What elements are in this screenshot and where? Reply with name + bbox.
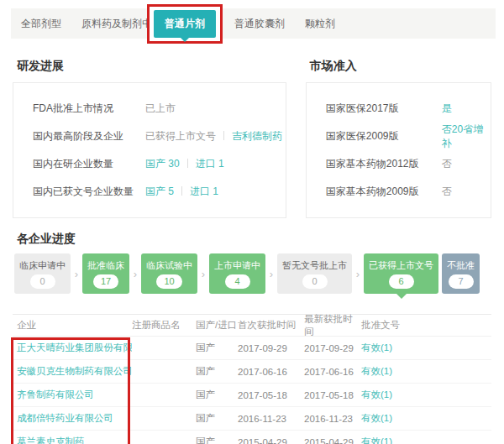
step-label: 不批准 <box>447 259 475 272</box>
market-access-card: 国家医保2017版 是 国家医保2009版 否20省增补 国家基本药物2012版… <box>306 82 491 218</box>
rnd-progress-section: 研发进展 FDA批准上市情况 已上市 国内最高阶段及企业 已获得上市文号吉利德制… <box>13 59 286 218</box>
step-label: 批准临床 <box>87 259 124 272</box>
step-clinical-trial[interactable]: 临床试验中 10 <box>141 253 197 294</box>
latest-approval-cell: 2015-04-29 <box>304 437 361 444</box>
company-progress-steps: 临床申请中 0 › 批准临床 17 › 临床试验中 10 › 上市申请中 4 ›… <box>13 253 496 294</box>
company-link[interactable]: 吉利德制药 <box>232 130 282 142</box>
medicare-2009-value[interactable]: 否20省增补 <box>442 123 491 151</box>
step-not-approved[interactable]: 不批准 7 <box>442 253 480 294</box>
info-label: 国内最高阶段及企业 <box>33 129 145 144</box>
domestic-count-link[interactable]: 国产 30 <box>145 158 180 170</box>
col-header-latest-approval: 最新获批时间 <box>304 313 361 338</box>
company-link[interactable]: 葛兰素史克制药 <box>17 436 85 444</box>
step-clinical-approved[interactable]: 批准临床 17 <box>82 253 129 294</box>
col-header-approval-no: 批准文号 <box>361 319 491 332</box>
step-count-badge: 0 <box>302 274 328 289</box>
step-count-badge: 17 <box>93 274 118 289</box>
table-header-row: 企业 注册商品名 国产/进口 首次获批时间 最新获批时间 批准文号 <box>13 315 491 337</box>
market-access-title: 市场准入 <box>310 59 491 74</box>
step-arrow-icon: › <box>267 268 276 280</box>
rnd-progress-title: 研发进展 <box>17 59 286 74</box>
info-row-essential-drugs-2012: 国家基本药物2012版 否 <box>326 150 491 178</box>
value-divider <box>223 131 224 140</box>
step-label: 上市申请中 <box>214 259 260 272</box>
table-row: 成都倍特药业有限公司 国产 2016-11-23 2016-11-23 有效(1… <box>13 407 491 431</box>
origin-cell: 国产 <box>196 436 238 444</box>
step-label: 已获得上市文号 <box>369 259 433 272</box>
latest-approval-cell: 2017-06-16 <box>304 367 361 377</box>
table-row: 安徽贝克生物制药有限公司 国产 2017-06-16 2017-06-16 有效… <box>13 360 491 384</box>
first-approval-cell: 2017-09-29 <box>238 343 304 353</box>
company-link[interactable]: 安徽贝克生物制药有限公司 <box>17 366 132 376</box>
step-clinical-applying[interactable]: 临床申请中 0 <box>14 253 71 294</box>
company-link[interactable]: 正大天晴药业集团股份有限公司 <box>17 342 132 353</box>
step-label: 临床申请中 <box>19 259 66 272</box>
info-value: 已上市 <box>145 102 176 116</box>
step-approved-without-license[interactable]: 暂无文号批上市 0 <box>277 253 352 294</box>
info-row-essential-drugs-2009: 国家基本药物2009版 否 <box>326 178 491 206</box>
company-link[interactable]: 成都倍特药业有限公司 <box>17 413 113 423</box>
essential-2012-value: 否 <box>442 157 452 171</box>
info-label: 国内在研企业数量 <box>33 157 145 171</box>
company-table: 企业 注册商品名 国产/进口 首次获批时间 最新获批时间 批准文号 正大天晴药业… <box>13 314 491 444</box>
market-access-section: 市场准入 国家医保2017版 是 国家医保2009版 否20省增补 国家基本药物… <box>306 59 491 218</box>
col-header-company: 企业 <box>13 319 132 332</box>
info-label: FDA批准上市情况 <box>33 102 145 116</box>
step-arrow-icon: › <box>72 268 81 280</box>
imported-count-link[interactable]: 进口 1 <box>196 158 224 170</box>
selected-tab-annotation-box: 普通片剂 <box>147 4 223 44</box>
origin-cell: 国产 <box>196 412 238 425</box>
imported-count-link[interactable]: 进口 1 <box>190 185 218 197</box>
info-row-domestic-highest-stage: 国内最高阶段及企业 已获得上市文号吉利德制药 <box>33 123 286 150</box>
latest-approval-cell: 2016-11-23 <box>304 414 361 424</box>
rnd-progress-card: FDA批准上市情况 已上市 国内最高阶段及企业 已获得上市文号吉利德制药 国内在… <box>13 82 286 218</box>
tab-granule[interactable]: 颗粒剂 <box>295 17 345 31</box>
tab-plain-tablet[interactable]: 普通片剂 <box>154 10 216 38</box>
step-count-badge: 10 <box>156 274 181 289</box>
first-approval-cell: 2015-04-29 <box>238 437 304 444</box>
info-value: 已获得上市文号 <box>145 130 216 142</box>
first-approval-cell: 2016-11-23 <box>238 414 304 424</box>
tab-all-dosage-forms[interactable]: 全部剂型 <box>11 17 71 31</box>
value-divider <box>187 159 188 168</box>
step-count-badge: 7 <box>449 274 474 289</box>
first-approval-cell: 2017-06-16 <box>238 367 304 377</box>
table-row: 齐鲁制药有限公司 国产 2017-05-18 2017-05-18 有效(1) <box>13 384 491 407</box>
domestic-count-link[interactable]: 国产 5 <box>145 185 174 197</box>
approval-status-link[interactable]: 有效(1) <box>361 342 392 353</box>
col-header-brand: 注册商品名 <box>132 319 196 332</box>
info-label: 国家医保2017版 <box>326 102 442 116</box>
step-arrow-icon: › <box>131 268 139 280</box>
company-link[interactable]: 齐鲁制药有限公司 <box>17 389 94 400</box>
approval-status-link[interactable]: 有效(1) <box>361 413 392 423</box>
info-label: 国家基本药物2009版 <box>326 185 442 199</box>
first-approval-cell: 2017-05-18 <box>238 390 304 400</box>
table-row: 正大天晴药业集团股份有限公司 国产 2017-09-29 2017-09-29 … <box>13 337 491 360</box>
step-marketing-applying[interactable]: 上市申请中 4 <box>209 253 265 294</box>
company-progress-title: 各企业进度 <box>17 232 76 247</box>
dosage-form-tabbar: 全部剂型 原料药及制剂中间体 普通片剂 普通胶囊剂 颗粒剂 <box>11 8 496 39</box>
step-label: 暂无文号批上市 <box>282 259 347 272</box>
col-header-origin: 国产/进口 <box>196 319 238 332</box>
info-row-domestic-licensed-count: 国内已获文号企业数量 国产 5进口 1 <box>33 178 286 206</box>
info-label: 国家医保2009版 <box>326 129 442 144</box>
step-license-obtained[interactable]: 已获得上市文号 6 <box>364 253 438 294</box>
info-label: 国家基本药物2012版 <box>326 157 442 171</box>
step-count-badge: 0 <box>30 274 55 289</box>
origin-cell: 国产 <box>196 365 238 378</box>
summary-panels: 研发进展 FDA批准上市情况 已上市 国内最高阶段及企业 已获得上市文号吉利德制… <box>0 59 504 218</box>
latest-approval-cell: 2017-09-29 <box>304 343 361 353</box>
origin-cell: 国产 <box>196 389 238 401</box>
step-arrow-icon: › <box>354 268 362 280</box>
step-label: 临床试验中 <box>146 259 192 272</box>
approval-status-link[interactable]: 有效(1) <box>361 436 392 444</box>
medicare-2017-value[interactable]: 是 <box>442 102 452 116</box>
col-header-first-approval: 首次获批时间 <box>238 319 304 332</box>
approval-status-link[interactable]: 有效(1) <box>361 389 392 400</box>
latest-approval-cell: 2017-05-18 <box>304 390 361 400</box>
info-label: 国内已获文号企业数量 <box>33 185 145 199</box>
tab-plain-capsule[interactable]: 普通胶囊剂 <box>224 17 295 31</box>
info-row-medicare-2009: 国家医保2009版 否20省增补 <box>326 123 491 150</box>
approval-status-link[interactable]: 有效(1) <box>361 366 392 376</box>
step-count-badge: 6 <box>389 274 414 289</box>
